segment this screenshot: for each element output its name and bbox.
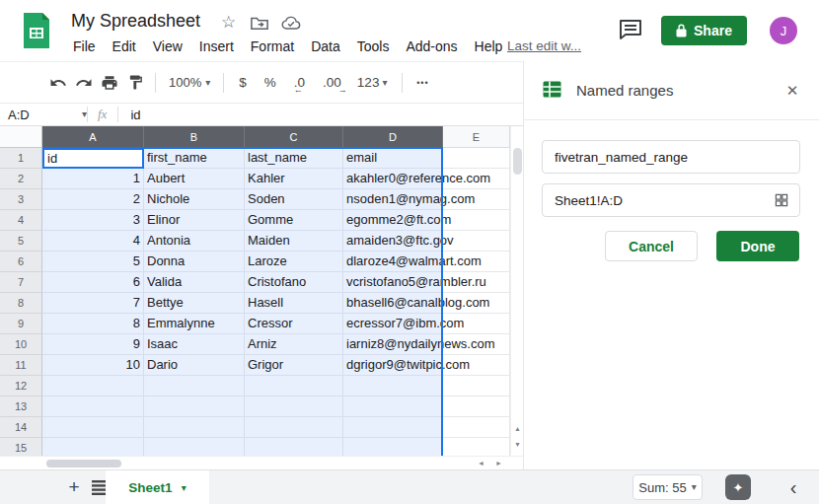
row-header-12[interactable]: 12: [0, 376, 42, 396]
cell-C10[interactable]: Arniz: [245, 334, 343, 355]
range-ref-input[interactable]: [543, 193, 774, 208]
menu-tools[interactable]: Tools: [355, 37, 392, 55]
cell-C6[interactable]: Laroze: [245, 252, 343, 272]
name-box[interactable]: A:D ▾: [0, 108, 87, 122]
cell-B2[interactable]: Aubert: [144, 169, 245, 189]
horizontal-scrollbar-thumb[interactable]: [46, 460, 121, 468]
row-header-14[interactable]: 14: [0, 417, 42, 438]
cell-E4[interactable]: [443, 210, 510, 231]
redo-icon[interactable]: [71, 70, 97, 96]
cloud-saved-icon[interactable]: [281, 16, 301, 35]
cell-A8[interactable]: 7: [42, 293, 144, 314]
cell-E13[interactable]: [443, 396, 510, 417]
cell-A15[interactable]: [42, 438, 144, 456]
row-header-9[interactable]: 9: [0, 314, 42, 334]
scroll-left-icon[interactable]: ◄: [475, 460, 487, 467]
cell-C8[interactable]: Hasell: [245, 293, 343, 314]
menu-addons[interactable]: Add-ons: [404, 37, 459, 55]
cell-C13[interactable]: [245, 396, 343, 417]
cell-A2[interactable]: 1: [42, 169, 144, 189]
scroll-right-icon[interactable]: ►: [492, 460, 505, 467]
cell-A7[interactable]: 6: [42, 272, 144, 293]
cell-B12[interactable]: [144, 376, 245, 396]
cell-E1[interactable]: [443, 148, 510, 169]
vertical-scrollbar[interactable]: ▲ ▼: [510, 126, 523, 456]
cell-A14[interactable]: [42, 417, 144, 438]
add-sheet-icon[interactable]: +: [61, 474, 87, 500]
column-header-A[interactable]: A: [42, 126, 144, 148]
cell-B7[interactable]: Valida: [144, 272, 245, 293]
cell-C5[interactable]: Maiden: [245, 231, 343, 252]
row-header-5[interactable]: 5: [0, 231, 42, 252]
paint-format-icon[interactable]: [122, 70, 148, 96]
last-edit-link[interactable]: Last edit w...: [507, 38, 581, 53]
cell-B5[interactable]: Antonia: [144, 231, 245, 252]
range-name-input[interactable]: [543, 150, 799, 165]
cell-C12[interactable]: [245, 376, 343, 396]
cell-E12[interactable]: [443, 376, 510, 396]
formula-input[interactable]: id: [118, 108, 140, 122]
row-header-3[interactable]: 3: [0, 189, 42, 210]
horizontal-scrollbar[interactable]: ◄ ►: [0, 456, 523, 469]
increase-decimal-button[interactable]: .00→: [313, 75, 349, 90]
cell-B3[interactable]: Nichole: [144, 189, 245, 210]
cell-D6[interactable]: dlaroze4@walmart.com: [343, 252, 443, 272]
row-header-10[interactable]: 10: [0, 334, 42, 355]
cell-A6[interactable]: 5: [42, 252, 144, 272]
spreadsheet-grid[interactable]: ABCDE1idfirst_namelast_nameemail21Aubert…: [0, 126, 510, 456]
select-all-corner[interactable]: [0, 126, 42, 148]
cell-C7[interactable]: Cristofano: [245, 272, 343, 293]
cell-D14[interactable]: [343, 417, 443, 438]
cell-D2[interactable]: akahler0@reference.com: [343, 169, 443, 189]
column-header-E[interactable]: E: [443, 126, 510, 148]
cell-B10[interactable]: Isaac: [144, 334, 245, 355]
user-avatar[interactable]: J: [770, 17, 797, 44]
cell-B8[interactable]: Bettye: [144, 293, 245, 314]
column-header-C[interactable]: C: [245, 126, 343, 148]
column-header-D[interactable]: D: [343, 126, 443, 148]
cell-E15[interactable]: [443, 438, 510, 456]
sum-badge[interactable]: Sum: 55 ▾: [633, 474, 703, 500]
cell-B1[interactable]: first_name: [144, 148, 245, 169]
collapse-panel-icon[interactable]: ‹: [780, 473, 807, 501]
cell-A12[interactable]: [42, 376, 144, 396]
cell-C2[interactable]: Kahler: [245, 169, 343, 189]
cell-D1[interactable]: email: [343, 148, 443, 169]
cell-D5[interactable]: amaiden3@ftc.gov: [343, 231, 443, 252]
row-header-4[interactable]: 4: [0, 210, 42, 231]
close-icon[interactable]: ✕: [782, 81, 802, 101]
cell-B6[interactable]: Donna: [144, 252, 245, 272]
sheet-tab[interactable]: Sheet1 ▾: [106, 470, 209, 504]
cell-C14[interactable]: [245, 417, 343, 438]
cell-D12[interactable]: [343, 376, 443, 396]
cell-A11[interactable]: 10: [42, 355, 144, 376]
cell-A3[interactable]: 2: [42, 189, 144, 210]
cancel-button[interactable]: Cancel: [605, 231, 698, 261]
cell-D10[interactable]: iarniz8@nydailynews.com: [343, 334, 443, 355]
print-icon[interactable]: [97, 70, 122, 96]
cell-A5[interactable]: 4: [42, 231, 144, 252]
menu-view[interactable]: View: [151, 37, 185, 55]
cell-D15[interactable]: [343, 438, 443, 456]
menu-format[interactable]: Format: [249, 37, 296, 55]
menu-data[interactable]: Data: [309, 37, 342, 55]
number-format-button[interactable]: 123 ▾: [349, 75, 396, 90]
select-data-range-icon[interactable]: [774, 192, 789, 208]
cell-D8[interactable]: bhasell6@canalblog.com: [343, 293, 443, 314]
cell-B13[interactable]: [144, 396, 245, 417]
cell-B14[interactable]: [144, 417, 245, 438]
cell-C9[interactable]: Cressor: [245, 314, 343, 334]
cell-D4[interactable]: egomme2@ft.com: [343, 210, 443, 231]
share-button[interactable]: Share: [661, 16, 747, 45]
move-folder-icon[interactable]: [251, 16, 268, 35]
row-header-15[interactable]: 15: [0, 438, 42, 456]
star-icon[interactable]: ☆: [221, 14, 236, 32]
cell-A1[interactable]: id: [42, 148, 144, 169]
cell-C4[interactable]: Gomme: [245, 210, 343, 231]
comment-history-icon[interactable]: [619, 19, 642, 44]
row-header-13[interactable]: 13: [0, 396, 42, 417]
menu-insert[interactable]: Insert: [197, 37, 236, 55]
cell-C1[interactable]: last_name: [245, 148, 343, 169]
cell-D3[interactable]: nsoden1@nymag.com: [343, 189, 443, 210]
more-options-icon[interactable]: •••: [410, 70, 435, 96]
